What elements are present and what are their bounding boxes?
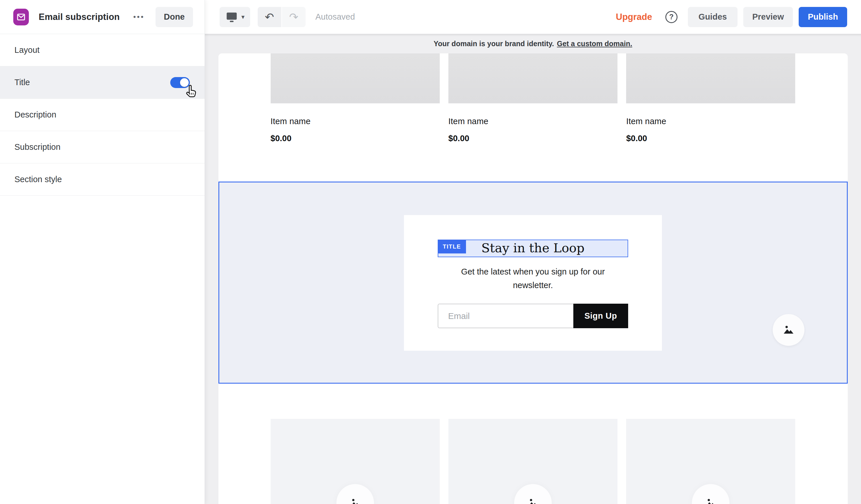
- chevron-down-icon: ▾: [241, 13, 244, 21]
- sidebar-item-description[interactable]: Description: [0, 99, 205, 131]
- panel-title: Email subscription: [39, 12, 120, 22]
- image-upload-circle: [337, 484, 374, 504]
- undo-button[interactable]: ↶: [258, 7, 281, 27]
- sidebar-item-title[interactable]: Title: [0, 66, 205, 99]
- product-grid-bottom: [218, 419, 848, 504]
- image-placeholder-icon: [348, 496, 362, 504]
- product-image-placeholder[interactable]: [448, 53, 617, 103]
- publish-button[interactable]: Publish: [799, 7, 847, 27]
- title-field-tag: TITLE: [438, 240, 466, 254]
- toolbar-right-group: Upgrade ? Guides Preview Publish: [616, 7, 861, 27]
- image-placeholder-icon: [526, 496, 539, 504]
- sidebar-item-label: Subscription: [14, 142, 60, 152]
- sidebar-item-label: Section style: [14, 175, 62, 184]
- image-tile-placeholder[interactable]: [448, 419, 617, 504]
- sidebar-item-label: Layout: [14, 45, 40, 55]
- email-subscription-section-selected[interactable]: TITLE Stay in the Loop Get the latest wh…: [218, 181, 848, 384]
- settings-panel: Email subscription ••• Done Layout Title…: [0, 0, 205, 504]
- sidebar-item-label: Title: [14, 78, 30, 87]
- newsletter-description[interactable]: Get the latest when you sign up for our …: [404, 265, 662, 292]
- preview-button[interactable]: Preview: [743, 7, 793, 27]
- newsletter-title-field[interactable]: TITLE Stay in the Loop: [438, 240, 628, 257]
- toggle-knob: [180, 78, 189, 87]
- email-input[interactable]: [438, 304, 573, 328]
- image-tile-placeholder[interactable]: [626, 419, 795, 504]
- guides-button[interactable]: Guides: [688, 7, 738, 27]
- custom-domain-banner: Your domain is your brand identity. Get …: [205, 34, 861, 53]
- sidebar-item-layout[interactable]: Layout: [0, 34, 205, 66]
- signup-form: Sign Up: [438, 304, 628, 328]
- newsletter-card: TITLE Stay in the Loop Get the latest wh…: [404, 215, 662, 351]
- banner-text: Your domain is your brand identity.: [434, 40, 554, 48]
- desktop-monitor-icon: [225, 11, 238, 23]
- image-placeholder-icon: [704, 496, 717, 504]
- spacer: [218, 143, 848, 181]
- done-button[interactable]: Done: [155, 7, 193, 27]
- device-preview-dropdown[interactable]: ▾: [220, 7, 250, 27]
- product-price: $0.00: [448, 134, 617, 143]
- product-card: Item name $0.00: [271, 53, 440, 143]
- description-line: Get the latest when you sign up for our: [404, 265, 662, 278]
- image-tile-placeholder[interactable]: [271, 419, 440, 504]
- newsletter-title: Stay in the Loop: [438, 240, 628, 256]
- upgrade-link[interactable]: Upgrade: [616, 12, 652, 22]
- image-upload-circle: [692, 484, 729, 504]
- sign-up-button[interactable]: Sign Up: [573, 304, 628, 328]
- product-image-placeholder[interactable]: [271, 53, 440, 103]
- title-toggle[interactable]: [170, 77, 190, 88]
- help-icon[interactable]: ?: [665, 11, 678, 23]
- product-name: Item name: [448, 117, 617, 126]
- image-placeholder-icon: [782, 323, 795, 337]
- product-name: Item name: [626, 117, 795, 126]
- site-canvas: Your domain is your brand identity. Get …: [205, 34, 861, 504]
- sidebar-item-section-style[interactable]: Section style: [0, 163, 205, 196]
- get-custom-domain-link[interactable]: Get a custom domain.: [557, 40, 632, 48]
- product-name: Item name: [271, 117, 440, 126]
- product-image-placeholder[interactable]: [626, 53, 795, 103]
- sidebar-item-label: Description: [14, 110, 56, 120]
- main-area: ▾ ↶ ↷ Autosaved Upgrade ? Guides Preview…: [205, 0, 861, 504]
- store-page-preview: Item name $0.00 Item name $0.00 Item nam…: [218, 53, 848, 504]
- section-image-button[interactable]: [773, 314, 804, 346]
- redo-button[interactable]: ↷: [282, 7, 305, 27]
- product-grid-top: Item name $0.00 Item name $0.00 Item nam…: [218, 53, 848, 143]
- envelope-icon: [16, 12, 26, 22]
- undo-redo-group: ↶ ↷: [258, 7, 305, 27]
- app-window: Email subscription ••• Done Layout Title…: [0, 0, 861, 504]
- product-card: Item name $0.00: [626, 53, 795, 143]
- description-line: newsletter.: [404, 278, 662, 292]
- editor-toolbar: ▾ ↶ ↷ Autosaved Upgrade ? Guides Preview…: [205, 0, 861, 34]
- sidebar-item-subscription[interactable]: Subscription: [0, 131, 205, 163]
- email-subscription-icon: [13, 9, 29, 25]
- product-price: $0.00: [271, 134, 440, 143]
- autosaved-status: Autosaved: [315, 12, 355, 22]
- spacer: [218, 384, 848, 419]
- product-price: $0.00: [626, 134, 795, 143]
- more-menu-icon[interactable]: •••: [133, 12, 145, 22]
- settings-panel-header: Email subscription ••• Done: [0, 0, 205, 34]
- product-card: Item name $0.00: [448, 53, 617, 143]
- image-upload-circle: [514, 484, 552, 504]
